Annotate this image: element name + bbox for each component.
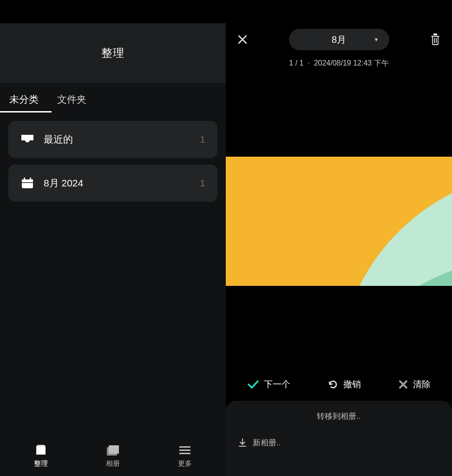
download-icon — [238, 438, 247, 448]
folder-list: 最近的 1 8月 2024 1 — [0, 112, 226, 202]
svg-rect-1 — [22, 179, 33, 182]
bottom-nav: 整理 相册 更多 — [0, 439, 226, 476]
folder-label: 8月 2024 — [44, 177, 200, 190]
more-icon — [179, 444, 191, 456]
nav-more[interactable]: 更多 — [164, 444, 206, 468]
photo-preview[interactable] — [226, 157, 452, 286]
delete-button[interactable] — [427, 31, 444, 48]
clear-button[interactable]: 清除 — [398, 378, 431, 390]
tabs: 未分类 文件夹 — [0, 83, 226, 112]
nav-organize[interactable]: 整理 — [20, 444, 62, 468]
tab-folders[interactable]: 文件夹 — [57, 93, 86, 112]
new-album-button[interactable]: 新相册.. — [238, 437, 440, 448]
close-button[interactable] — [234, 31, 251, 48]
svg-rect-9 — [179, 450, 190, 451]
svg-rect-2 — [24, 178, 25, 180]
folder-item-recent[interactable]: 最近的 1 — [8, 121, 217, 158]
action-label: 清除 — [413, 378, 431, 390]
trash-icon — [430, 33, 440, 46]
left-header: 整理 — [0, 23, 226, 83]
calendar-icon — [20, 176, 34, 190]
inbox-icon — [20, 132, 34, 146]
nav-albums[interactable]: 相册 — [92, 444, 134, 468]
folder-item-month[interactable]: 8月 2024 1 — [8, 165, 217, 202]
timestamp: 2024/08/19 12:43 下午 — [314, 59, 389, 67]
photo-meta: 1 / 1 · 2024/08/19 12:43 下午 — [226, 59, 452, 68]
action-row: 下一个 撤销 清除 — [226, 374, 452, 401]
page-title: 整理 — [101, 46, 124, 60]
svg-rect-5 — [36, 446, 46, 455]
next-button[interactable]: 下一个 — [247, 378, 290, 390]
svg-rect-7 — [109, 445, 119, 454]
check-icon — [247, 379, 259, 390]
undo-button[interactable]: 撤销 — [328, 378, 361, 390]
transfer-panel: 转移到相册.. 新相册.. — [226, 401, 452, 476]
undo-icon — [328, 379, 339, 390]
status-bar-spacer — [0, 0, 226, 23]
action-label: 下一个 — [264, 378, 290, 390]
right-panel: 8月 ▼ 1 / 1 · 2024/08/19 12:43 下午 — [226, 0, 452, 476]
x-icon — [398, 379, 408, 390]
nav-label: 更多 — [178, 459, 192, 468]
folder-label: 最近的 — [44, 133, 200, 146]
left-panel: 整理 未分类 文件夹 最近的 1 — [0, 0, 226, 476]
svg-rect-3 — [30, 178, 31, 180]
tab-unsorted[interactable]: 未分类 — [9, 93, 39, 112]
close-icon — [237, 34, 248, 45]
action-label: 撤销 — [343, 378, 361, 390]
folder-count: 1 — [200, 134, 205, 145]
svg-rect-8 — [179, 446, 190, 448]
month-label: 8月 — [332, 33, 346, 46]
chevron-down-icon: ▼ — [374, 37, 379, 42]
meta-separator: · — [308, 59, 309, 67]
preview-shape — [337, 171, 452, 286]
right-topbar: 8月 ▼ — [226, 23, 452, 56]
nav-label: 相册 — [106, 459, 120, 468]
position-indicator: 1 / 1 — [289, 59, 303, 67]
transfer-title: 转移到相册.. — [238, 411, 440, 422]
month-dropdown[interactable]: 8月 ▼ — [289, 29, 389, 50]
nav-label: 整理 — [34, 459, 48, 468]
organize-icon — [35, 444, 47, 456]
preview-area — [226, 68, 452, 374]
folder-count: 1 — [200, 178, 205, 189]
new-album-label: 新相册.. — [253, 437, 281, 448]
svg-rect-10 — [179, 453, 190, 454]
albums-icon — [107, 444, 119, 456]
svg-rect-4 — [22, 182, 33, 183]
